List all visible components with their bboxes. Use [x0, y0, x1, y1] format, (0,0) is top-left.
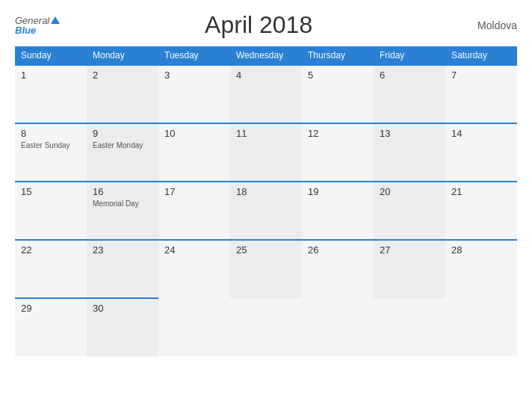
country-label: Moldova: [457, 19, 517, 31]
calendar-cell: [445, 298, 517, 356]
calendar-cell: 28: [445, 240, 517, 298]
calendar-cell: 5: [302, 65, 374, 123]
day-of-week-monday: Monday: [87, 46, 158, 65]
calendar-page: General Blue April 2018 Moldova SundayMo…: [0, 0, 532, 411]
day-number: 24: [164, 244, 224, 256]
day-number: 11: [236, 128, 296, 139]
calendar-cell: 6: [374, 65, 445, 123]
day-number: 10: [164, 128, 224, 139]
calendar-cell: 2: [87, 65, 158, 123]
day-of-week-saturday: Saturday: [445, 46, 517, 65]
day-number: 22: [21, 244, 81, 256]
day-number: 29: [21, 303, 81, 314]
calendar-cell: 13: [374, 123, 445, 182]
day-number: 18: [236, 186, 296, 197]
holiday-label: Memorial Day: [93, 200, 152, 208]
calendar-cell: 29: [15, 298, 87, 356]
day-number: 2: [93, 69, 152, 81]
day-number: 16: [93, 186, 152, 197]
holiday-label: Easter Monday: [93, 141, 152, 149]
day-number: 6: [380, 69, 439, 81]
day-of-week-tuesday: Tuesday: [158, 46, 230, 65]
day-number: 27: [380, 244, 439, 256]
calendar-cell: 11: [230, 123, 302, 182]
calendar-header: SundayMondayTuesdayWednesdayThursdayFrid…: [15, 46, 517, 65]
day-number: 26: [308, 244, 368, 256]
header: General Blue April 2018 Moldova: [15, 11, 517, 39]
calendar-cell: 23: [87, 240, 158, 298]
calendar-cell: 16Memorial Day: [87, 182, 158, 240]
day-number: 17: [164, 186, 224, 197]
day-number: 13: [380, 128, 439, 139]
calendar-cell: 15: [15, 182, 87, 240]
calendar-cell: 30: [87, 298, 158, 356]
calendar-cell: 21: [445, 182, 517, 240]
holiday-label: Easter Sunday: [21, 141, 81, 149]
day-number: 1: [21, 69, 81, 81]
day-number: 30: [93, 303, 152, 314]
calendar-cell: 10: [158, 123, 230, 182]
day-number: 25: [236, 244, 296, 256]
calendar-cell: [302, 298, 374, 356]
day-number: 4: [236, 69, 296, 81]
calendar-cell: 4: [230, 65, 302, 123]
logo: General Blue: [15, 16, 60, 35]
day-number: 14: [451, 128, 511, 139]
day-number: 7: [451, 69, 511, 81]
logo-general-text: General: [15, 16, 49, 25]
calendar-cell: 3: [158, 65, 230, 123]
day-number: 28: [451, 244, 511, 256]
week-row-4: 22232425262728: [15, 240, 517, 298]
calendar-cell: 1: [15, 65, 87, 123]
calendar-cell: 17: [158, 182, 230, 240]
logo-blue-text: Blue: [15, 25, 60, 35]
calendar-cell: 19: [302, 182, 374, 240]
day-of-week-thursday: Thursday: [302, 46, 374, 65]
calendar-cell: 9Easter Monday: [87, 123, 158, 182]
calendar-cell: 27: [374, 240, 445, 298]
calendar-title: April 2018: [205, 11, 312, 39]
day-of-week-sunday: Sunday: [15, 46, 87, 65]
day-of-week-wednesday: Wednesday: [230, 46, 302, 65]
calendar-cell: 18: [230, 182, 302, 240]
calendar-cell: 25: [230, 240, 302, 298]
calendar-cell: 7: [445, 65, 517, 123]
day-number: 3: [164, 69, 224, 81]
day-of-week-friday: Friday: [374, 46, 445, 65]
week-row-1: 1234567: [15, 65, 517, 123]
calendar-cell: [230, 298, 302, 356]
day-number: 8: [21, 128, 81, 139]
days-of-week-row: SundayMondayTuesdayWednesdayThursdayFrid…: [15, 46, 517, 65]
day-number: 5: [308, 69, 368, 81]
week-row-5: 2930: [15, 298, 517, 356]
calendar-cell: [374, 298, 445, 356]
calendar-cell: [158, 298, 230, 356]
day-number: 12: [308, 128, 368, 139]
day-number: 15: [21, 186, 81, 197]
day-number: 19: [308, 186, 368, 197]
week-row-3: 1516Memorial Day1718192021: [15, 182, 517, 240]
calendar-cell: 12: [302, 123, 374, 182]
day-number: 23: [93, 244, 152, 256]
calendar-cell: 24: [158, 240, 230, 298]
calendar-cell: 14: [445, 123, 517, 182]
day-number: 21: [451, 186, 511, 197]
logo-triangle-icon: [51, 16, 60, 24]
day-number: 9: [93, 128, 152, 139]
week-row-2: 8Easter Sunday9Easter Monday1011121314: [15, 123, 517, 182]
calendar-table: SundayMondayTuesdayWednesdayThursdayFrid…: [15, 46, 517, 356]
day-number: 20: [380, 186, 439, 197]
calendar-cell: 26: [302, 240, 374, 298]
calendar-cell: 22: [15, 240, 87, 298]
calendar-body: 12345678Easter Sunday9Easter Monday10111…: [15, 65, 517, 356]
calendar-cell: 8Easter Sunday: [15, 123, 87, 182]
calendar-cell: 20: [374, 182, 445, 240]
